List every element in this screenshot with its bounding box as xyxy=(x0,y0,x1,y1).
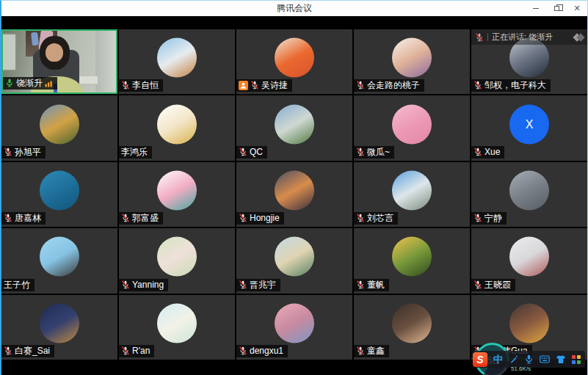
mic-muted-icon xyxy=(473,81,482,90)
participant-name: 会走路的桃子 xyxy=(367,80,420,90)
participant-name: 晋兆宇 xyxy=(250,280,276,290)
participant-name: 邹权，电子科大 xyxy=(484,80,546,90)
mic-muted-icon xyxy=(473,214,482,222)
smart-pen-icon[interactable] xyxy=(509,354,518,364)
participant-name: 李鸿乐 xyxy=(121,147,148,157)
participant-name-label: R'an xyxy=(119,345,154,357)
participant-tile[interactable]: 王子竹 xyxy=(1,228,117,293)
participant-tile[interactable]: R'an xyxy=(119,295,235,360)
participant-tile[interactable]: QC xyxy=(236,95,352,160)
participant-name-label: 晋兆宇 xyxy=(236,279,280,291)
mic-muted-icon xyxy=(356,81,365,90)
participant-tile[interactable]: 宁静 xyxy=(471,162,587,227)
avatar xyxy=(157,171,197,211)
participant-grid: 饶渐升 李自恒 xyxy=(1,29,587,360)
participant-name-label: 刘芯言 xyxy=(354,212,398,225)
participant-name-label: 唐嘉林 xyxy=(1,212,46,225)
avatar xyxy=(157,303,197,343)
participant-name-label: 白赛_Sai xyxy=(1,345,54,357)
speaking-text: 正在讲话: 饶渐升 xyxy=(492,32,570,43)
avatar xyxy=(392,171,432,211)
restore-icon xyxy=(554,6,559,11)
participant-tile[interactable]: 晋兆宇 xyxy=(236,228,352,293)
mic-muted-icon xyxy=(121,346,130,355)
avatar xyxy=(509,237,549,277)
participant-name-label: 会走路的桃子 xyxy=(354,79,424,92)
mic-muted-icon xyxy=(473,280,482,289)
participant-tile[interactable]: 饶渐升 xyxy=(1,29,117,94)
avatar xyxy=(509,303,549,343)
mic-muted-icon xyxy=(250,81,259,90)
participant-tile[interactable]: 吴诗捷 xyxy=(236,29,352,94)
close-button[interactable]: ✕ xyxy=(567,1,587,16)
skin-tshirt-icon[interactable] xyxy=(556,354,566,364)
participant-name-label: 吴诗捷 xyxy=(236,79,292,92)
participant-tile[interactable]: 童鑫 xyxy=(354,295,470,360)
participant-tile[interactable]: Yanning xyxy=(119,228,235,293)
mic-muted-icon xyxy=(356,214,365,222)
participant-name: 饶渐升 xyxy=(16,78,43,88)
avatar xyxy=(275,237,314,277)
participant-name: 白赛_Sai xyxy=(15,346,50,356)
participant-name: 童鑫 xyxy=(367,346,385,356)
mic-muted-icon xyxy=(239,346,247,355)
participant-name-label: dengxu1 xyxy=(236,345,288,357)
participant-name-label: 饶渐升 xyxy=(3,77,57,90)
restore-button[interactable] xyxy=(546,1,567,16)
avatar xyxy=(157,38,197,78)
participant-tile[interactable]: 郭富盛 xyxy=(119,162,235,227)
participant-name: 吴诗捷 xyxy=(261,80,288,90)
participant-name-label: 邹权，电子科大 xyxy=(471,79,551,92)
participant-name: 郭富盛 xyxy=(132,213,159,223)
participant-tile[interactable]: dengxu1 xyxy=(236,295,352,360)
participant-name: 董帆 xyxy=(367,280,385,290)
voice-input-mic-icon[interactable] xyxy=(524,354,534,364)
net-speed-text: 51.6K/s xyxy=(511,365,531,372)
participant-name-label: 董帆 xyxy=(354,279,389,291)
participant-tile[interactable]: 唐嘉林 xyxy=(1,162,117,227)
avatar xyxy=(157,237,197,277)
participant-name: Hongjie xyxy=(250,213,280,223)
avatar xyxy=(392,303,432,343)
participant-name-label: 微瓜~ xyxy=(354,146,394,159)
mic-active-icon xyxy=(5,79,14,87)
participant-tile[interactable]: X Xue xyxy=(471,95,587,160)
minimize-button[interactable] xyxy=(526,1,546,16)
window-controls: ✕ xyxy=(526,1,587,16)
mic-muted-icon xyxy=(473,148,482,156)
participant-tile[interactable]: 刘芯言 xyxy=(354,162,470,227)
participant-tile[interactable]: Hongjie xyxy=(236,162,352,227)
double-diamond-icon[interactable] xyxy=(574,34,584,40)
mic-muted-icon xyxy=(239,148,247,156)
ime-language-toggle[interactable]: 中 xyxy=(493,353,503,366)
mic-muted-icon xyxy=(4,148,12,156)
participant-name-label: Hongjie xyxy=(236,212,284,225)
participant-name: 微瓜~ xyxy=(367,147,390,157)
participant-name: 李自恒 xyxy=(132,80,159,90)
participant-tile[interactable]: 会走路的桃子 xyxy=(354,29,470,94)
participant-tile[interactable]: 白赛_Sai xyxy=(1,295,117,360)
avatar xyxy=(509,171,549,211)
keyboard-icon[interactable] xyxy=(540,354,550,364)
participant-tile[interactable]: 李自恒 xyxy=(119,29,235,94)
sogou-logo-icon[interactable]: S xyxy=(473,352,487,367)
mic-muted-icon xyxy=(121,280,130,289)
host-badge-icon xyxy=(239,81,248,90)
participant-name: 王晓霞 xyxy=(484,280,511,290)
avatar xyxy=(392,38,432,78)
participant-tile[interactable]: 微瓜~ xyxy=(354,95,470,160)
participant-tile[interactable]: 李鸿乐 xyxy=(119,95,235,160)
participant-tile[interactable]: 董帆 xyxy=(354,228,470,293)
avatar xyxy=(40,237,79,277)
mic-muted-icon xyxy=(356,148,365,156)
volume-indicator xyxy=(45,79,53,87)
participant-tile[interactable]: 王晓霞 xyxy=(471,228,587,293)
mic-muted-icon xyxy=(239,214,247,222)
participant-name-label: 孙旭平 xyxy=(1,146,46,159)
toolbox-icon[interactable] xyxy=(572,355,581,364)
mic-muted-icon xyxy=(356,346,365,355)
participant-tile[interactable]: 孙旭平 xyxy=(1,95,117,160)
avatar xyxy=(392,237,432,277)
mic-muted-icon xyxy=(475,33,484,42)
avatar xyxy=(275,104,314,144)
